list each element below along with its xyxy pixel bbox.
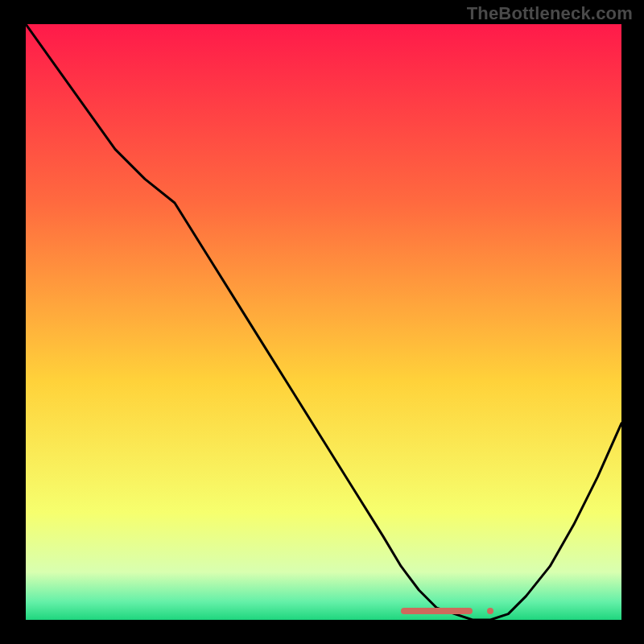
plot-area — [26, 24, 621, 620]
gradient-background — [26, 24, 621, 620]
plot-svg — [26, 24, 621, 620]
watermark-label: TheBottleneck.com — [467, 3, 633, 24]
chart-frame: TheBottleneck.com — [0, 0, 644, 644]
marker-strip — [401, 608, 473, 614]
